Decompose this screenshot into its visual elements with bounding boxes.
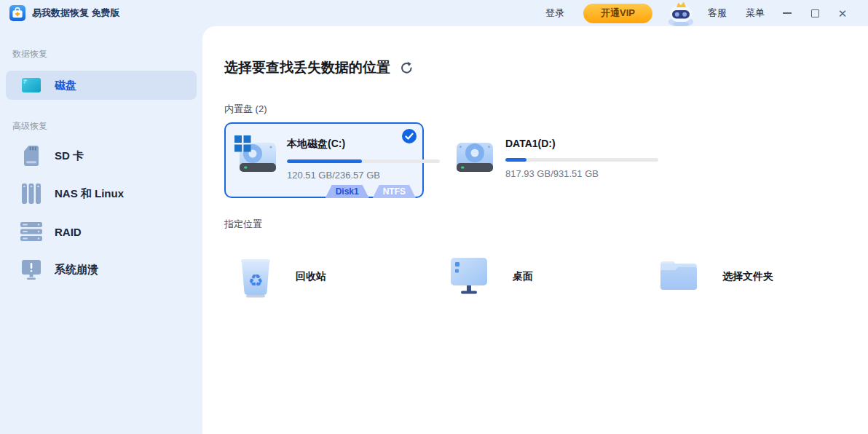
- refresh-button[interactable]: [400, 60, 414, 75]
- disk-name: DATA1(D:): [505, 138, 658, 149]
- assistant-mascot-icon[interactable]: [664, 1, 698, 27]
- locations-row: ♻ 回收站 桌面: [224, 254, 868, 299]
- selected-check-icon: [402, 129, 417, 143]
- hdd-icon: [451, 133, 498, 197]
- titlebar: 易我数据恢复 免费版 登录 开通VIP 客服 菜单 ✕: [0, 0, 868, 26]
- filesystem-badge: NTFS: [373, 185, 416, 198]
- recycle-symbol: ♻: [248, 271, 264, 290]
- folder-icon: [658, 257, 699, 296]
- sidebar-section-advanced-recovery: 高级恢复: [0, 120, 202, 133]
- location-label: 选择文件夹: [722, 270, 773, 283]
- sidebar: 数据恢复 磁盘 高级恢复 SD 卡: [0, 26, 202, 434]
- sidebar-item-label: 磁盘: [55, 79, 76, 92]
- sidebar-item-disk[interactable]: 磁盘: [6, 71, 197, 100]
- hdd-windows-icon: [233, 133, 280, 197]
- desktop-icon: [449, 254, 489, 299]
- disk-capacity: 120.51 GB/236.57 GB: [287, 170, 440, 181]
- internal-disks-label: 内置盘 (2): [224, 103, 868, 116]
- sidebar-item-raid[interactable]: RAID: [6, 217, 197, 246]
- disk-cards-row: 本地磁盘(C:) 120.51 GB/236.57 GB Disk1 NTFS: [224, 122, 868, 198]
- nas-icon: [20, 183, 42, 205]
- disk-name: 本地磁盘(C:): [287, 138, 440, 151]
- sidebar-item-label: NAS 和 Linux: [55, 187, 124, 201]
- recycle-bin-icon: ♻: [239, 256, 272, 298]
- vip-upgrade-button[interactable]: 开通VIP: [583, 4, 652, 23]
- disk-usage-bar: [505, 158, 658, 162]
- refresh-icon: [400, 61, 414, 75]
- disk-usage-fill: [287, 159, 362, 163]
- disk-badges: Disk1 NTFS: [326, 185, 416, 198]
- support-button[interactable]: 客服: [708, 7, 727, 20]
- close-icon: ✕: [838, 8, 848, 19]
- sidebar-section-data-recovery: 数据恢复: [0, 48, 202, 60]
- disk-icon: [20, 77, 42, 93]
- raid-icon: [20, 222, 42, 241]
- app-logo-icon: [9, 5, 25, 21]
- app-window: { "titlebar": { "app_title": "易我数据恢复 免费版…: [0, 0, 868, 434]
- location-desktop[interactable]: 桌面: [449, 254, 658, 299]
- system-crash-icon: [20, 259, 42, 280]
- disk-card-d[interactable]: DATA1(D:) 817.93 GB/931.51 GB: [443, 122, 642, 198]
- main-panel: 选择要查找丢失数据的位置 内置盘 (2): [202, 26, 868, 434]
- menu-button[interactable]: 菜单: [746, 7, 765, 20]
- disk-usage-fill: [505, 158, 526, 162]
- page-title: 选择要查找丢失数据的位置: [224, 58, 390, 77]
- location-label: 回收站: [296, 270, 326, 283]
- sidebar-item-label: 系统崩溃: [55, 263, 98, 277]
- disk-card-c[interactable]: 本地磁盘(C:) 120.51 GB/236.57 GB Disk1 NTFS: [224, 122, 424, 198]
- sidebar-item-nas-linux[interactable]: NAS 和 Linux: [6, 179, 197, 208]
- sidebar-item-label: SD 卡: [55, 149, 84, 163]
- sidebar-item-sd-card[interactable]: SD 卡: [6, 141, 197, 170]
- close-button[interactable]: ✕: [829, 2, 856, 24]
- login-button[interactable]: 登录: [545, 7, 564, 20]
- sidebar-item-label: RAID: [55, 226, 82, 238]
- maximize-icon: [811, 9, 819, 17]
- sd-card-icon: [20, 145, 42, 167]
- location-recycle-bin[interactable]: ♻ 回收站: [239, 254, 449, 299]
- maximize-button[interactable]: [801, 2, 829, 24]
- location-select-folder[interactable]: 选择文件夹: [658, 254, 868, 299]
- sidebar-item-system-crash[interactable]: 系统崩溃: [6, 255, 197, 284]
- app-title: 易我数据恢复 免费版: [32, 7, 120, 20]
- minimize-button[interactable]: [773, 2, 801, 24]
- specified-locations-label: 指定位置: [224, 218, 868, 231]
- disk-capacity: 817.93 GB/931.51 GB: [505, 168, 658, 179]
- disk-usage-bar: [287, 159, 440, 163]
- location-label: 桌面: [513, 270, 533, 283]
- disk-number-badge: Disk1: [326, 185, 369, 198]
- minimize-icon: [783, 12, 792, 14]
